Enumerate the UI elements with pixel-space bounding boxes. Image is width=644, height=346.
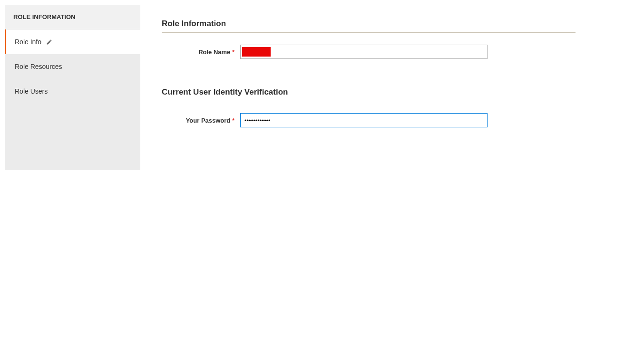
sidebar-tab-label: Role Users xyxy=(15,87,48,95)
sidebar-tab-role-info[interactable]: Role Info xyxy=(5,29,140,54)
required-asterisk: * xyxy=(232,117,234,124)
identity-verification-section: Current User Identity Verification Your … xyxy=(162,87,576,127)
role-name-input[interactable] xyxy=(240,45,488,59)
pencil-icon xyxy=(46,39,52,45)
password-input[interactable] xyxy=(240,113,488,127)
sidebar-tab-label: Role Resources xyxy=(15,63,62,70)
sidebar: ROLE INFORMATION Role Info Role Resource… xyxy=(5,5,140,170)
page-container: ROLE INFORMATION Role Info Role Resource… xyxy=(0,0,644,175)
sidebar-tab-label: Role Info xyxy=(15,38,41,46)
sidebar-tab-role-users[interactable]: Role Users xyxy=(5,79,140,104)
main-content: Role Information Role Name* Current User… xyxy=(140,5,639,170)
password-label: Your Password* xyxy=(162,117,240,124)
role-information-section: Role Information Role Name* xyxy=(162,19,576,59)
role-name-row: Role Name* xyxy=(162,45,576,59)
sidebar-header: ROLE INFORMATION xyxy=(5,5,140,29)
role-name-label: Role Name* xyxy=(162,48,240,56)
role-name-input-wrapper xyxy=(240,45,488,59)
required-asterisk: * xyxy=(232,49,234,56)
section-title-identity: Current User Identity Verification xyxy=(162,87,576,101)
password-row: Your Password* xyxy=(162,113,576,127)
sidebar-tab-role-resources[interactable]: Role Resources xyxy=(5,54,140,79)
section-title-role-info: Role Information xyxy=(162,19,576,33)
